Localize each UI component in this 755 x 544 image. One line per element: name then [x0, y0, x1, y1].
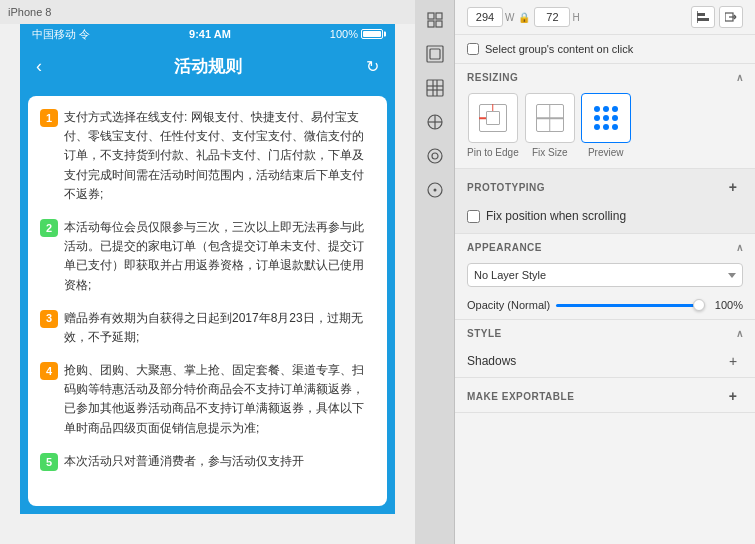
preview-option[interactable]: Preview — [581, 93, 631, 158]
item-text-3: 赠品券有效期为自获得之日起到2017年8月23日，过期无效，不予延期; — [64, 309, 375, 347]
preview-box — [581, 93, 631, 143]
toolbar-btn-4[interactable] — [417, 106, 453, 138]
width-input[interactable] — [467, 7, 503, 27]
fix-size-box — [525, 93, 575, 143]
prototyping-label: PROTOTYPING — [467, 182, 545, 193]
opacity-label: Opacity (Normal) — [467, 299, 550, 311]
opacity-row: Opacity (Normal) 100% — [455, 295, 755, 319]
resizing-section: RESIZING ∧ Pin to Edge — [455, 64, 755, 169]
svg-point-15 — [432, 153, 438, 159]
width-field: W — [467, 7, 514, 27]
exportable-add-btn[interactable]: + — [723, 386, 743, 406]
resizing-label: RESIZING — [467, 72, 518, 83]
svg-point-17 — [433, 189, 436, 192]
fix-size-option[interactable]: Fix Size — [525, 93, 575, 158]
exportable-header: MAKE EXPORTABLE + — [455, 378, 755, 412]
item-number-2: 2 — [40, 219, 58, 237]
style-label: STYLE — [467, 328, 502, 339]
toolbar-btn-2[interactable] — [417, 38, 453, 70]
exportable-section: MAKE EXPORTABLE + — [455, 378, 755, 413]
svg-rect-0 — [428, 13, 434, 19]
nav-bar: ‹ 活动规则 ↻ — [20, 44, 395, 88]
svg-point-14 — [428, 149, 442, 163]
fix-position-label: Fix position when scrolling — [486, 209, 626, 223]
resizing-header: RESIZING ∧ — [455, 64, 755, 89]
nav-title: 活动规则 — [174, 55, 242, 78]
phone-panel: iPhone 8 中国移动 令 9:41 AM 100% ‹ 活动规则 ↻ 1 … — [0, 0, 415, 544]
shadows-row: Shadows + — [455, 345, 755, 377]
height-field: H — [534, 7, 579, 27]
battery-icon — [361, 29, 383, 39]
appearance-header: APPEARANCE ∧ — [455, 234, 755, 259]
pin-to-edge-option[interactable]: Pin to Edge — [467, 93, 519, 158]
layer-style-select[interactable]: No Layer Style — [467, 263, 743, 287]
item-text-2: 本活动每位会员仅限参与三次，三次以上即无法再参与此活动。已提交的家电订单（包含提… — [64, 218, 375, 295]
svg-rect-5 — [430, 49, 440, 59]
phone-label: iPhone 8 — [0, 0, 415, 24]
appearance-section: APPEARANCE ∧ No Layer Style Opacity (Nor… — [455, 234, 755, 320]
back-button[interactable]: ‹ — [36, 56, 42, 77]
carrier-text: 中国移动 令 — [32, 27, 90, 42]
select-group-checkbox[interactable] — [467, 43, 479, 55]
time-text: 9:41 AM — [189, 28, 231, 40]
svg-rect-19 — [697, 18, 709, 21]
appearance-toggle[interactable]: ∧ — [736, 242, 744, 253]
fix-position-checkbox[interactable] — [467, 210, 480, 223]
battery-percent: 100% — [330, 28, 358, 40]
pin-to-edge-box — [468, 93, 518, 143]
list-item: 5 本次活动只对普通消费者，参与活动仅支持开 — [40, 452, 375, 471]
svg-rect-6 — [427, 80, 443, 96]
fix-size-label: Fix Size — [532, 147, 568, 158]
item-number-3: 3 — [40, 310, 58, 328]
appearance-label: APPEARANCE — [467, 242, 542, 253]
height-label: H — [572, 12, 579, 23]
toolbar-btn-3[interactable] — [417, 72, 453, 104]
item-number-1: 1 — [40, 109, 58, 127]
opacity-value: 100% — [711, 299, 743, 311]
fix-position-row: Fix position when scrolling — [455, 203, 755, 233]
right-panel: W 🔒 H Select group's content on click RE… — [455, 0, 755, 544]
list-item: 2 本活动每位会员仅限参与三次，三次以上即无法再参与此活动。已提交的家电订单（包… — [40, 218, 375, 295]
status-bar: 中国移动 令 9:41 AM 100% — [20, 24, 395, 44]
style-section: STYLE ∧ Shadows + — [455, 320, 755, 378]
width-label: W — [505, 12, 514, 23]
dimension-row: W 🔒 H — [455, 0, 755, 35]
style-header: STYLE ∧ — [455, 320, 755, 345]
select-group-row: Select group's content on click — [455, 35, 755, 64]
resizing-toggle[interactable]: ∧ — [736, 72, 744, 83]
item-number-4: 4 — [40, 362, 58, 380]
shadows-add-btn[interactable]: + — [723, 351, 743, 371]
select-group-label: Select group's content on click — [485, 43, 633, 55]
content-card: 1 支付方式选择在线支付: 网银支付、快捷支付、易付宝支付、零钱宝支付、任性付支… — [28, 96, 387, 506]
svg-rect-2 — [428, 21, 434, 27]
exportable-label: MAKE EXPORTABLE — [467, 391, 574, 402]
toolbar-btn-6[interactable] — [417, 174, 453, 206]
style-toggle[interactable]: ∧ — [736, 328, 744, 339]
item-text-5: 本次活动只对普通消费者，参与活动仅支持开 — [64, 452, 375, 471]
svg-rect-1 — [436, 13, 442, 19]
toolbar — [415, 0, 455, 544]
svg-rect-18 — [697, 13, 705, 16]
content-area: 1 支付方式选择在线支付: 网银支付、快捷支付、易付宝支付、零钱宝支付、任性付支… — [20, 88, 395, 514]
prototyping-section: PROTOTYPING + Fix position when scrollin… — [455, 169, 755, 234]
align-right-btn[interactable] — [719, 6, 743, 28]
resizing-options: Pin to Edge Fix Size — [455, 89, 755, 168]
preview-label: Preview — [588, 147, 624, 158]
list-item: 1 支付方式选择在线支付: 网银支付、快捷支付、易付宝支付、零钱宝支付、任性付支… — [40, 108, 375, 204]
toolbar-btn-5[interactable] — [417, 140, 453, 172]
height-input[interactable] — [534, 7, 570, 27]
list-item: 4 抢购、团购、大聚惠、掌上抢、固定套餐、渠道专享、扫码购等特惠活动及部分特价商… — [40, 361, 375, 438]
item-text-1: 支付方式选择在线支付: 网银支付、快捷支付、易付宝支付、零钱宝支付、任性付支付、… — [64, 108, 375, 204]
refresh-button[interactable]: ↻ — [366, 57, 379, 76]
prototyping-add-btn[interactable]: + — [723, 177, 743, 197]
toolbar-btn-1[interactable] — [417, 4, 453, 36]
battery-area: 100% — [330, 28, 383, 40]
opacity-slider[interactable] — [556, 304, 705, 307]
align-left-btn[interactable] — [691, 6, 715, 28]
pin-to-edge-label: Pin to Edge — [467, 147, 519, 158]
lock-icon[interactable]: 🔒 — [518, 12, 530, 23]
item-text-4: 抢购、团购、大聚惠、掌上抢、固定套餐、渠道专享、扫码购等特惠活动及部分特价商品会… — [64, 361, 375, 438]
list-item: 3 赠品券有效期为自获得之日起到2017年8月23日，过期无效，不予延期; — [40, 309, 375, 347]
svg-rect-3 — [436, 21, 442, 27]
shadows-label: Shadows — [467, 354, 516, 368]
